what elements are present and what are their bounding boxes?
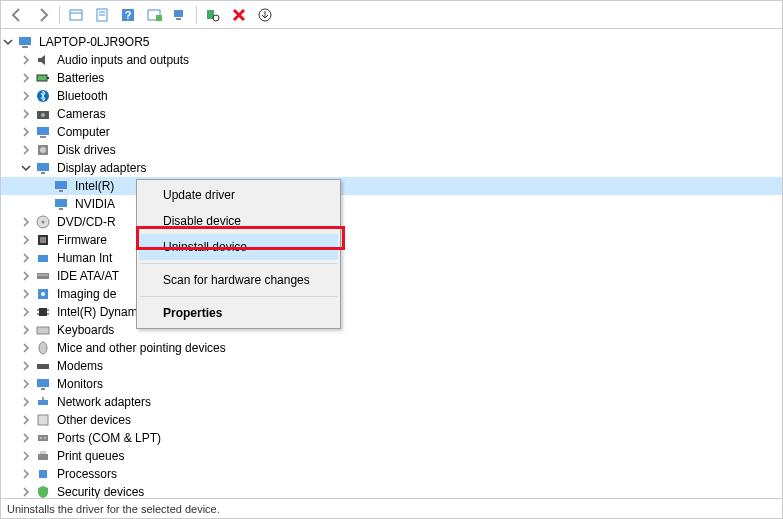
disk-icon	[35, 142, 51, 158]
category-node[interactable]: Disk drives	[1, 141, 782, 159]
svg-rect-27	[55, 181, 67, 189]
chevron-down-icon[interactable]	[1, 35, 15, 49]
node-label: Bluetooth	[55, 88, 110, 104]
chevron-right-icon[interactable]	[19, 269, 33, 283]
chevron-right-icon[interactable]	[19, 413, 33, 427]
category-node[interactable]: Computer	[1, 123, 782, 141]
category-node[interactable]: Bluetooth	[1, 87, 782, 105]
svg-rect-40	[39, 308, 47, 316]
svg-point-55	[44, 437, 46, 439]
hid-icon	[35, 250, 51, 266]
chevron-right-icon[interactable]	[19, 485, 33, 498]
chevron-right-icon[interactable]	[19, 449, 33, 463]
forward-button[interactable]	[31, 4, 55, 26]
chevron-right-icon[interactable]	[19, 359, 33, 373]
node-label: Ports (COM & LPT)	[55, 430, 163, 446]
action-button[interactable]	[142, 4, 166, 26]
chevron-right-icon[interactable]	[19, 305, 33, 319]
svg-rect-45	[37, 327, 49, 334]
root-node[interactable]: LAPTOP-0LJR9OR5	[1, 33, 782, 51]
category-node[interactable]: Security devices	[1, 483, 782, 498]
chevron-right-icon[interactable]	[19, 323, 33, 337]
cpu-icon	[35, 466, 51, 482]
category-node[interactable]: Monitors	[1, 375, 782, 393]
node-label: Mice and other pointing devices	[55, 340, 228, 356]
svg-rect-15	[22, 46, 28, 48]
remove-button[interactable]	[227, 4, 251, 26]
category-node[interactable]: Processors	[1, 465, 782, 483]
category-node[interactable]: Imaging de	[1, 285, 782, 303]
category-node[interactable]: Modems	[1, 357, 782, 375]
chevron-right-icon[interactable]	[19, 467, 33, 481]
device-node[interactable]: NVIDIA	[1, 195, 782, 213]
chevron-right-icon[interactable]	[19, 53, 33, 67]
toolbar-separator	[59, 6, 60, 24]
chevron-right-icon[interactable]	[19, 89, 33, 103]
category-node[interactable]: Network adapters	[1, 393, 782, 411]
down-button[interactable]	[253, 4, 277, 26]
help-button[interactable]: ?	[116, 4, 140, 26]
scan-button[interactable]	[201, 4, 225, 26]
chevron-right-icon[interactable]	[19, 377, 33, 391]
category-node[interactable]: Display adapters	[1, 159, 782, 177]
context-menu-item[interactable]: Disable device	[139, 208, 338, 234]
security-icon	[35, 484, 51, 498]
back-button[interactable]	[5, 4, 29, 26]
context-menu-item[interactable]: Update driver	[139, 182, 338, 208]
category-node[interactable]: Print queues	[1, 447, 782, 465]
chevron-right-icon[interactable]	[19, 71, 33, 85]
firmware-icon	[35, 232, 51, 248]
status-text: Uninstalls the driver for the selected d…	[7, 503, 220, 515]
mouse-icon	[35, 340, 51, 356]
chip-icon	[35, 304, 51, 320]
svg-rect-49	[41, 388, 45, 390]
chevron-right-icon[interactable]	[19, 215, 33, 229]
audio-icon	[35, 52, 51, 68]
svg-rect-22	[40, 136, 46, 138]
category-node[interactable]: Intel(R) Dynamic Platform and Thermal Fr…	[1, 303, 782, 321]
svg-rect-10	[176, 18, 181, 20]
chevron-right-icon[interactable]	[19, 341, 33, 355]
view-button[interactable]	[168, 4, 192, 26]
context-menu-separator	[140, 296, 337, 297]
category-node[interactable]: Keyboards	[1, 321, 782, 339]
chevron-right-icon[interactable]	[19, 125, 33, 139]
svg-rect-34	[40, 237, 46, 243]
chevron-down-icon[interactable]	[19, 161, 33, 175]
category-node[interactable]: Firmware	[1, 231, 782, 249]
chevron-right-icon[interactable]	[19, 287, 33, 301]
chevron-right-icon[interactable]	[19, 233, 33, 247]
chevron-right-icon[interactable]	[19, 143, 33, 157]
dvd-icon	[35, 214, 51, 230]
chevron-right-icon[interactable]	[19, 431, 33, 445]
node-label: Disk drives	[55, 142, 118, 158]
show-hidden-button[interactable]	[64, 4, 88, 26]
category-node[interactable]: Mice and other pointing devices	[1, 339, 782, 357]
svg-rect-29	[55, 199, 67, 207]
svg-point-32	[42, 221, 45, 224]
svg-rect-50	[38, 400, 48, 405]
svg-rect-47	[37, 364, 49, 369]
monitor-icon	[35, 376, 51, 392]
chevron-right-icon[interactable]	[19, 395, 33, 409]
svg-rect-14	[19, 37, 31, 45]
category-node[interactable]: IDE ATA/AT	[1, 267, 782, 285]
context-menu-item[interactable]: Properties	[139, 300, 338, 326]
context-menu-item[interactable]: Uninstall device	[139, 234, 338, 260]
category-node[interactable]: Audio inputs and outputs	[1, 51, 782, 69]
category-node[interactable]: Batteries	[1, 69, 782, 87]
display-icon	[53, 178, 69, 194]
device-tree[interactable]: LAPTOP-0LJR9OR5Audio inputs and outputsB…	[1, 29, 782, 498]
node-label: Audio inputs and outputs	[55, 52, 191, 68]
category-node[interactable]: DVD/CD-R	[1, 213, 782, 231]
device-node[interactable]: Intel(R)	[1, 177, 782, 195]
node-label: NVIDIA	[73, 196, 117, 212]
chevron-right-icon[interactable]	[19, 107, 33, 121]
properties-button[interactable]	[90, 4, 114, 26]
category-node[interactable]: Other devices	[1, 411, 782, 429]
context-menu-item[interactable]: Scan for hardware changes	[139, 267, 338, 293]
chevron-right-icon[interactable]	[19, 251, 33, 265]
category-node[interactable]: Cameras	[1, 105, 782, 123]
category-node[interactable]: Human Int	[1, 249, 782, 267]
category-node[interactable]: Ports (COM & LPT)	[1, 429, 782, 447]
